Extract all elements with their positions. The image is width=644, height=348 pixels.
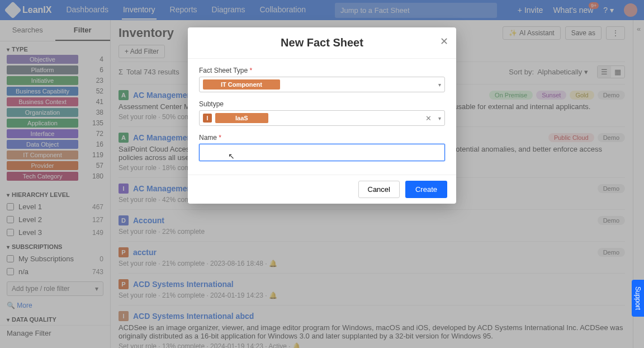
chevron-down-icon: ▾ — [438, 82, 441, 88]
new-factsheet-modal: New Fact Sheet ✕ Fact Sheet Type * IT Co… — [188, 27, 456, 204]
support-tab[interactable]: Support — [632, 280, 644, 317]
create-button[interactable]: Create — [405, 181, 447, 198]
name-input[interactable] — [199, 144, 445, 161]
subtype-label: Subtype — [199, 100, 445, 108]
cancel-button[interactable]: Cancel — [358, 181, 400, 198]
name-label: Name * — [199, 134, 445, 142]
chevron-down-icon: ▾ — [438, 115, 441, 121]
factsheet-type-select[interactable]: IT Component ▾ — [199, 77, 445, 92]
subtype-letter-icon: I — [203, 114, 212, 123]
factsheet-type-label: Fact Sheet Type * — [199, 67, 445, 74]
close-icon[interactable]: ✕ — [440, 35, 448, 48]
modal-title: New Fact Sheet — [197, 36, 447, 49]
clear-icon[interactable]: ✕ — [425, 114, 432, 123]
type-chip: IT Component — [203, 79, 280, 90]
subtype-chip: IaaS — [215, 113, 268, 123]
subtype-select[interactable]: I IaaS ✕ ▾ — [199, 110, 445, 126]
